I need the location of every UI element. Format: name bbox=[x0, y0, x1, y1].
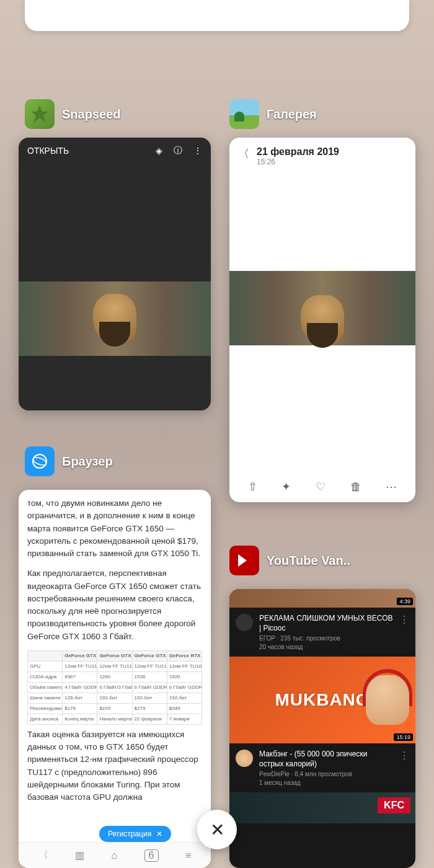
more-icon[interactable]: ⋮ bbox=[193, 146, 202, 156]
browser-icon bbox=[25, 446, 55, 476]
gallery-icon bbox=[229, 99, 259, 129]
more-icon[interactable]: ⋯ bbox=[386, 480, 397, 494]
close-all-button[interactable]: ✕ bbox=[197, 810, 237, 849]
yt-video-age: 1 месяц назад bbox=[259, 779, 393, 786]
gallery-time: 15:26 bbox=[257, 157, 339, 166]
youtube-header: YouTube Van.. bbox=[229, 546, 350, 575]
browser-paragraph: Как предполагается, перспективная видеок… bbox=[27, 567, 202, 643]
yt-video-title[interactable]: Макбэнг - (55 000 000 эпически острых ка… bbox=[259, 750, 393, 769]
home-icon[interactable]: ⌂ bbox=[112, 850, 118, 861]
youtube-card[interactable]: 4:39 РЕКЛАМА СЛИШКОМ УМНЫХ ВЕСОВ | Picoo… bbox=[229, 589, 415, 868]
yt-video-thumbnail[interactable]: 4:39 bbox=[229, 589, 415, 608]
browser-card[interactable]: том, что двумя новинками дело не огранич… bbox=[19, 490, 211, 868]
snapseed-icon bbox=[25, 99, 55, 129]
yt-video-thumbnail[interactable]: KFC bbox=[229, 792, 415, 823]
gallery-card[interactable]: 〈 21 февраля 2019 15:26 ⇧ ✦ ♡ 🗑 ⋯ bbox=[229, 138, 415, 502]
gallery-header: Галерея bbox=[229, 99, 317, 129]
gallery-title: Галерея bbox=[267, 107, 317, 122]
layers-icon[interactable]: ◈ bbox=[156, 146, 162, 156]
info-icon[interactable]: ⓘ bbox=[174, 145, 182, 156]
tab-count[interactable]: 6 bbox=[144, 849, 159, 862]
gallery-date: 21 февраля 2019 bbox=[257, 146, 339, 157]
nav-back-icon[interactable]: 〈 bbox=[38, 849, 48, 862]
browser-paragraph: Такая оценка базируется на имеющихся дан… bbox=[27, 728, 202, 804]
kfc-logo: KFC bbox=[378, 797, 410, 813]
gallery-image-preview[interactable] bbox=[229, 271, 415, 345]
browser-title: Браузер bbox=[62, 454, 113, 469]
yt-channel-avatar[interactable] bbox=[236, 750, 253, 767]
browser-spec-table: GeForce GTX 1650GeForce GTX 1660GeForce … bbox=[27, 650, 202, 725]
yt-video-title[interactable]: РЕКЛАМА СЛИШКОМ УМНЫХ ВЕСОВ | Picooc bbox=[259, 614, 393, 633]
register-button[interactable]: Регистрация ✕ bbox=[99, 826, 171, 842]
yt-video-age: 20 часов назад bbox=[259, 644, 393, 650]
yt-channel-avatar[interactable] bbox=[236, 614, 253, 631]
back-icon[interactable]: 〈 bbox=[238, 146, 249, 161]
snapseed-header: Snapseed bbox=[25, 99, 120, 129]
yt-video-meta: PewDiePie · 8,4 млн просмотров bbox=[259, 771, 393, 777]
snapseed-title: Snapseed bbox=[62, 107, 120, 122]
youtube-icon bbox=[229, 546, 259, 575]
partial-top-card[interactable] bbox=[25, 0, 409, 31]
yt-video-meta: ЕГОР · 235 тыс. просмотров bbox=[259, 635, 393, 642]
snapseed-card[interactable]: ОТКРЫТЬ ◈ ⓘ ⋮ bbox=[19, 138, 211, 410]
yt-video-thumbnail[interactable]: MUKBANG 15:19 bbox=[229, 657, 415, 743]
snapseed-image-preview[interactable] bbox=[19, 281, 211, 356]
svg-point-0 bbox=[33, 454, 46, 468]
menu-icon[interactable]: ≡ bbox=[185, 850, 191, 861]
yt-duration: 15:19 bbox=[394, 733, 413, 741]
bookmarks-icon[interactable]: ▥ bbox=[75, 849, 84, 861]
delete-icon[interactable]: 🗑 bbox=[350, 480, 361, 494]
favorite-icon[interactable]: ♡ bbox=[316, 480, 326, 494]
browser-header: Браузер bbox=[25, 446, 113, 476]
edit-icon[interactable]: ✦ bbox=[281, 480, 291, 494]
browser-paragraph: том, что двумя новинками дело не огранич… bbox=[27, 497, 202, 560]
yt-duration: 4:39 bbox=[397, 598, 413, 605]
more-icon[interactable]: ⋮ bbox=[399, 750, 409, 761]
share-icon[interactable]: ⇧ bbox=[248, 480, 257, 494]
close-icon[interactable]: ✕ bbox=[156, 830, 162, 838]
snapseed-open-button[interactable]: ОТКРЫТЬ bbox=[27, 146, 69, 156]
youtube-title: YouTube Van.. bbox=[267, 554, 350, 568]
more-icon[interactable]: ⋮ bbox=[399, 614, 409, 626]
